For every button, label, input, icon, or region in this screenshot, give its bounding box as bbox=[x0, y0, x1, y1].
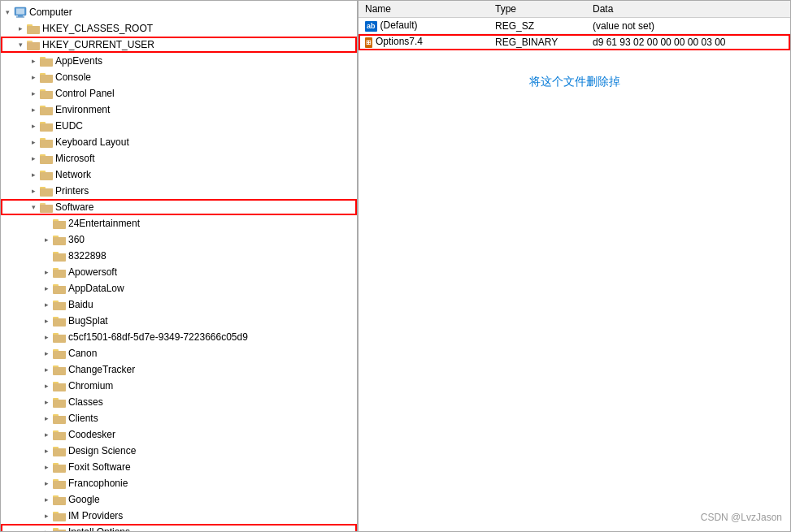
tree-toggle-canon[interactable] bbox=[40, 347, 53, 360]
tree-toggle-apowersoft[interactable] bbox=[40, 266, 53, 279]
tree-toggle-c5cf1501[interactable] bbox=[40, 331, 53, 344]
column-data-header: Data bbox=[586, 1, 790, 18]
tree-item-apowersoft[interactable]: Apowersoft bbox=[1, 264, 357, 280]
tree-item-bugsplat[interactable]: BugSplat bbox=[1, 313, 357, 329]
tree-toggle-clients[interactable] bbox=[40, 412, 53, 425]
folder-icon-francophonie bbox=[53, 478, 66, 489]
tree-item-hkey_current_user[interactable]: HKEY_CURRENT_USER bbox=[1, 37, 357, 53]
tree-toggle-360[interactable] bbox=[40, 233, 53, 246]
tree-item-24entertainment[interactable]: 24Entertainment bbox=[1, 215, 357, 231]
tree-item-classes[interactable]: Classes bbox=[1, 394, 357, 410]
tree-toggle-hkey_classes_root[interactable] bbox=[14, 22, 27, 35]
tree-item-microsoft[interactable]: Microsoft bbox=[1, 150, 357, 167]
tree-toggle-classes[interactable] bbox=[40, 396, 53, 409]
tree-toggle-bugsplat[interactable] bbox=[40, 314, 53, 327]
tree-toggle-keyboard_layout[interactable] bbox=[27, 136, 40, 149]
tree-item-canon[interactable]: Canon bbox=[1, 345, 357, 361]
svg-rect-84 bbox=[53, 448, 66, 456]
tree-item-google[interactable]: Google bbox=[1, 491, 357, 508]
tree-item-im_providers[interactable]: IM Providers bbox=[1, 508, 357, 524]
tree-toggle-baidu[interactable] bbox=[40, 298, 53, 311]
tree-toggle-design_science[interactable] bbox=[40, 444, 53, 457]
tree-item-baidu[interactable]: Baidu bbox=[1, 296, 357, 313]
tree-label-8322898: 8322898 bbox=[68, 250, 106, 262]
svg-rect-42 bbox=[53, 221, 66, 228]
tree-toggle-eudc[interactable] bbox=[27, 119, 40, 132]
tree-toggle-install_options[interactable] bbox=[40, 526, 53, 531]
registry-type-options74: REG_BINARY bbox=[489, 34, 586, 50]
tree-item-control_panel[interactable]: Control Panel bbox=[1, 85, 357, 102]
tree-toggle-chromium[interactable] bbox=[40, 379, 53, 392]
svg-rect-45 bbox=[53, 237, 66, 244]
tree-label-control_panel: Control Panel bbox=[55, 88, 115, 99]
tree-item-360[interactable]: 360 bbox=[1, 231, 357, 248]
tree-label-canon: Canon bbox=[68, 348, 97, 359]
tree-toggle-console[interactable] bbox=[27, 71, 40, 84]
tree-label-coodesker: Coodesker bbox=[68, 429, 115, 440]
tree-item-environment[interactable]: Environment bbox=[1, 102, 357, 118]
tree-toggle-im_providers[interactable] bbox=[40, 509, 53, 522]
tree-item-software[interactable]: Software bbox=[1, 199, 357, 215]
tree-item-hkey_classes_root[interactable]: HKEY_CLASSES_ROOT bbox=[1, 20, 357, 37]
tree-label-baidu: Baidu bbox=[68, 299, 93, 310]
tree-label-360: 360 bbox=[68, 234, 85, 245]
svg-rect-21 bbox=[40, 107, 53, 115]
tree-toggle-microsoft[interactable] bbox=[27, 152, 40, 165]
tree-item-coodesker[interactable]: Coodesker bbox=[1, 426, 357, 443]
registry-row-options74[interactable]: ⊞Options7.4REG_BINARYd9 61 93 02 00 00 0… bbox=[359, 34, 790, 50]
tree-toggle-network[interactable] bbox=[27, 168, 40, 181]
tree-item-appdatalow[interactable]: AppDataLow bbox=[1, 280, 357, 296]
folder-icon-appevents bbox=[40, 55, 53, 67]
svg-rect-81 bbox=[53, 432, 66, 439]
tree-item-chromium[interactable]: Chromium bbox=[1, 378, 357, 394]
tree-item-printers[interactable]: Printers bbox=[1, 183, 357, 199]
tree-toggle-foxit_software[interactable] bbox=[40, 461, 53, 474]
registry-row-default[interactable]: ab(Default)REG_SZ(value not set) bbox=[359, 18, 790, 34]
tree-item-eudc[interactable]: EUDC bbox=[1, 118, 357, 134]
tree-toggle-8322898[interactable] bbox=[40, 249, 53, 262]
svg-rect-6 bbox=[27, 26, 40, 33]
tree-toggle-appdatalow[interactable] bbox=[40, 282, 53, 295]
svg-rect-90 bbox=[53, 481, 66, 488]
tree-item-install_options[interactable]: Install Options bbox=[1, 524, 357, 531]
folder-icon-c5cf1501 bbox=[53, 331, 66, 343]
registry-tree[interactable]: Computer HKEY_CLASSES_ROOT HKEY_CURRENT_… bbox=[1, 1, 359, 531]
tree-toggle-francophonie[interactable] bbox=[40, 477, 53, 490]
tree-item-keyboard_layout[interactable]: Keyboard Layout bbox=[1, 134, 357, 150]
tree-item-francophonie[interactable]: Francophonie bbox=[1, 475, 357, 491]
tree-toggle-appevents[interactable] bbox=[27, 54, 40, 67]
folder-icon-hkey_current_user bbox=[27, 39, 40, 50]
tree-toggle-24entertainment[interactable] bbox=[40, 217, 53, 230]
svg-rect-15 bbox=[40, 75, 53, 82]
tree-toggle-printers[interactable] bbox=[27, 184, 40, 197]
folder-icon-software bbox=[40, 201, 53, 213]
tree-item-appevents[interactable]: AppEvents bbox=[1, 53, 357, 69]
tree-toggle-google[interactable] bbox=[40, 493, 53, 506]
tree-item-clients[interactable]: Clients bbox=[1, 410, 357, 426]
svg-rect-75 bbox=[53, 400, 66, 407]
folder-icon-bugsplat bbox=[53, 315, 66, 327]
tree-item-network[interactable]: Network bbox=[1, 167, 357, 183]
tree-item-design_science[interactable]: Design Science bbox=[1, 443, 357, 459]
tree-toggle-environment[interactable] bbox=[27, 103, 40, 116]
tree-toggle-coodesker[interactable] bbox=[40, 428, 53, 441]
tree-item-computer[interactable]: Computer bbox=[1, 4, 357, 20]
tree-toggle-software[interactable] bbox=[27, 201, 40, 214]
tree-label-c5cf1501: c5cf1501-68df-5d7e-9349-7223666c05d9 bbox=[68, 331, 248, 343]
tree-toggle-changetracker[interactable] bbox=[40, 363, 53, 376]
tree-item-c5cf1501[interactable]: c5cf1501-68df-5d7e-9349-7223666c05d9 bbox=[1, 329, 357, 345]
tree-label-clients: Clients bbox=[68, 413, 98, 424]
tree-label-hkey_classes_root: HKEY_CLASSES_ROOT bbox=[42, 23, 153, 34]
tree-item-foxit_software[interactable]: Foxit Software bbox=[1, 459, 357, 475]
tree-toggle-control_panel[interactable] bbox=[27, 87, 40, 100]
tree-label-microsoft: Microsoft bbox=[55, 153, 95, 164]
tree-label-install_options: Install Options bbox=[68, 526, 130, 531]
tree-toggle-computer[interactable] bbox=[1, 6, 14, 19]
tree-item-console[interactable]: Console bbox=[1, 69, 357, 85]
tree-label-changetracker: ChangeTracker bbox=[68, 364, 135, 375]
svg-rect-57 bbox=[53, 302, 66, 309]
tree-item-8322898[interactable]: 8322898 bbox=[1, 248, 357, 264]
tree-item-changetracker[interactable]: ChangeTracker bbox=[1, 361, 357, 378]
folder-icon-canon bbox=[53, 348, 66, 359]
tree-toggle-hkey_current_user[interactable] bbox=[14, 38, 27, 51]
